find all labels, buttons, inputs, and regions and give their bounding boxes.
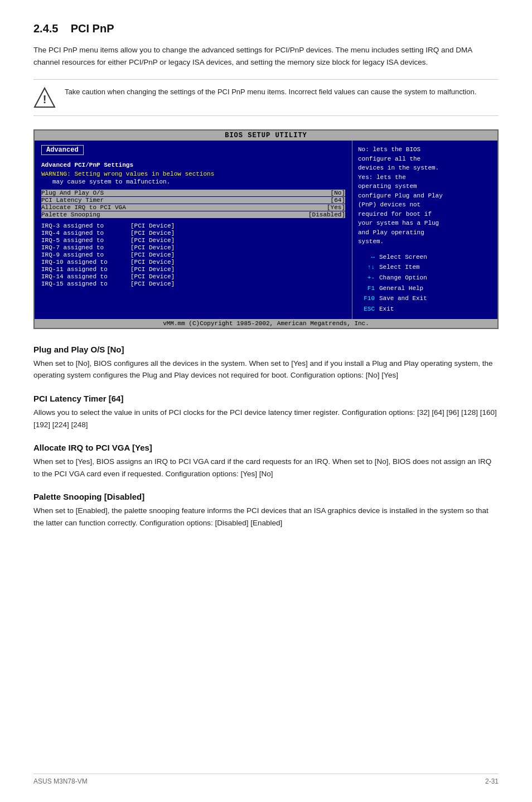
bios-footer: vMM.mm (C)Copyright 1985-2002, American …	[35, 319, 497, 328]
bios-left-panel: Advanced Advanced PCI/PnP Settings WARNI…	[35, 141, 352, 319]
svg-text:!: !	[43, 93, 47, 105]
intro-paragraph: The PCI PnP menu items allow you to chan…	[33, 44, 499, 68]
bios-help-line: operating system	[358, 182, 492, 191]
subsection-body: When set to [No], BIOS configures all th…	[33, 357, 499, 381]
bios-irq-row: IRQ-14 assigned to[PCI Device]	[41, 273, 345, 280]
subsection-body: When set to [Enabled], the palette snoop…	[33, 505, 499, 529]
bios-help-line: No: lets the BIOS	[358, 145, 492, 154]
content-section: PCI Latency Timer [64]Allows you to sele…	[33, 394, 499, 431]
subsection-title: Allocate IRQ to PCI VGA [Yes]	[33, 443, 499, 452]
bios-title: BIOS SETUP UTILITY	[35, 131, 497, 141]
section-name: PCI PnP	[71, 22, 114, 35]
bios-irq-row: IRQ-7 assigned to[PCI Device]	[41, 244, 345, 251]
subsection-title: Plug and Play O/S [No]	[33, 345, 499, 354]
bios-help-line: required for boot if	[358, 210, 492, 219]
subsection-body: When set to [Yes], BIOS assigns an IRQ t…	[33, 456, 499, 480]
bios-warning-line1: WARNING: Setting wrong values in below s…	[41, 171, 345, 177]
bios-row: Allocate IRQ to PCI VGA[Yes]	[41, 204, 345, 211]
bios-legend-item: F10Save and Exit	[358, 293, 492, 304]
bios-help-line: devices in the system.	[358, 163, 492, 173]
bios-settings-rows: Plug And Play O/S[No]PCI Latency Timer[6…	[41, 190, 345, 218]
bios-section-header: Advanced PCI/PnP Settings	[41, 162, 345, 168]
bios-help-line: configure Plug and Play	[358, 191, 492, 201]
bios-legend: ↔Select Screen↑↓Select Item+-Change Opti…	[358, 252, 492, 315]
content-section: Plug and Play O/S [No]When set to [No], …	[33, 345, 499, 381]
bios-help-line: and Play operating	[358, 228, 492, 238]
bios-legend-item: ↑↓Select Item	[358, 262, 492, 273]
subsections: Plug and Play O/S [No]When set to [No], …	[33, 345, 499, 529]
caution-icon: !	[33, 86, 56, 109]
bios-warning-line2: may cause system to malfunction.	[41, 178, 345, 185]
bios-legend-item: ESCExit	[358, 304, 492, 315]
bios-irq-row: IRQ-9 assigned to[PCI Device]	[41, 252, 345, 258]
content-section: Palette Snooping [Disabled]When set to […	[33, 492, 499, 529]
bios-screen: BIOS SETUP UTILITY Advanced Advanced PCI…	[33, 129, 499, 329]
bios-irq-row: IRQ-11 assigned to[PCI Device]	[41, 266, 345, 273]
bios-row: PCI Latency Timer[64]	[41, 197, 345, 204]
footer-right: 2-31	[485, 777, 499, 785]
bios-irq-rows: IRQ-3 assigned to[PCI Device]IRQ-4 assig…	[41, 223, 345, 287]
bios-row: Plug And Play O/S[No]	[41, 190, 345, 196]
bios-legend-item: F1General Help	[358, 283, 492, 294]
bios-row: Palette Snooping[Disabled]	[41, 211, 345, 218]
bios-tab: Advanced	[41, 145, 84, 155]
bios-irq-row: IRQ-4 assigned to[PCI Device]	[41, 230, 345, 236]
footer-left: ASUS M3N78-VM	[33, 777, 88, 785]
bios-help-line: your system has a Plug	[358, 219, 492, 228]
bios-irq-row: IRQ-15 assigned to[PCI Device]	[41, 281, 345, 287]
bios-help-line: Yes: lets the	[358, 173, 492, 182]
bios-irq-row: IRQ-5 assigned to[PCI Device]	[41, 237, 345, 244]
caution-text: Take caution when changing the settings …	[65, 86, 476, 98]
bios-help-line: system.	[358, 237, 492, 247]
section-title: 2.4.5 PCI PnP	[33, 22, 499, 35]
section-number: 2.4.5	[33, 22, 58, 35]
subsection-title: Palette Snooping [Disabled]	[33, 492, 499, 501]
caution-box: ! Take caution when changing the setting…	[33, 79, 499, 116]
bios-legend-item: +-Change Option	[358, 273, 492, 283]
bios-help-line: (PnP) devices not	[358, 200, 492, 210]
content-section: Allocate IRQ to PCI VGA [Yes]When set to…	[33, 443, 499, 480]
subsection-body: Allows you to select the value in units …	[33, 407, 499, 431]
bios-irq-row: IRQ-3 assigned to[PCI Device]	[41, 223, 345, 229]
bios-help-text: No: lets the BIOSconfigure all thedevice…	[358, 145, 492, 247]
page-footer: ASUS M3N78-VM 2-31	[33, 774, 499, 785]
bios-right-panel: No: lets the BIOSconfigure all thedevice…	[352, 141, 497, 319]
bios-help-line: configure all the	[358, 154, 492, 164]
subsection-title: PCI Latency Timer [64]	[33, 394, 499, 403]
bios-irq-row: IRQ-10 assigned to[PCI Device]	[41, 259, 345, 265]
bios-legend-item: ↔Select Screen	[358, 252, 492, 263]
